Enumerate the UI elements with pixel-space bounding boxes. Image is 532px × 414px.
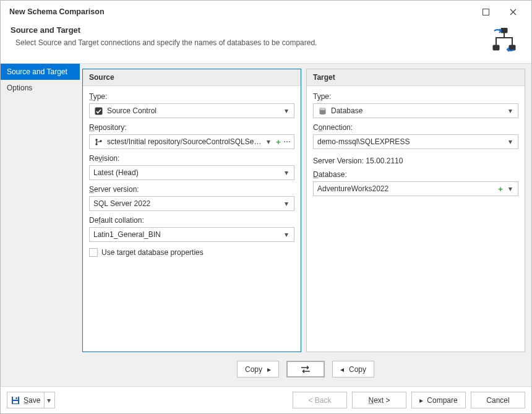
source-server-version-label: Server version: [89, 185, 294, 194]
maximize-icon [483, 9, 489, 15]
source-collation-value: Latin1_General_BIN [93, 230, 281, 239]
use-target-checkbox[interactable] [89, 248, 98, 257]
source-revision-label: Revision: [89, 154, 294, 163]
chevron-down-icon[interactable]: ▾ [281, 199, 291, 208]
source-type-value: Source Control [107, 106, 281, 115]
sidebar-item-options[interactable]: Options [1, 80, 80, 96]
source-repository-select[interactable]: sctest/Initial repository/SourceControlS… [89, 134, 294, 149]
maximize-button[interactable] [472, 3, 499, 20]
chevron-down-icon[interactable]: ▾ [505, 106, 515, 115]
target-connection-value: demo-mssql\SQLEXPRESS [317, 137, 505, 146]
svg-rect-4 [95, 107, 102, 114]
target-database-label: Database: [313, 170, 518, 179]
source-type-label: Type: [89, 92, 294, 101]
save-dropdown[interactable]: ▾ [44, 392, 53, 408]
target-database-value: AdventureWorks2022 [317, 184, 497, 193]
panels: Source Type: Source Control ▾ Repository… [80, 64, 531, 357]
next-button[interactable]: Next > [352, 392, 406, 408]
chevron-down-icon[interactable]: ▾ [505, 137, 515, 146]
target-type-value: Database [331, 106, 505, 115]
svg-rect-3 [509, 45, 515, 50]
svg-rect-11 [13, 397, 18, 400]
source-server-version-value: SQL Server 2022 [93, 199, 281, 208]
target-panel-title: Target [307, 69, 525, 86]
svg-point-9 [319, 108, 325, 110]
target-panel: Target Type: Database ▾ Connection: demo… [306, 69, 525, 352]
compare-icon: ▸ [419, 396, 423, 405]
window-title: New Schema Comparison [6, 7, 105, 16]
source-collation-label: Default collation: [89, 216, 294, 225]
copy-to-target-button[interactable]: Copy ▸ [237, 361, 279, 377]
copy-to-source-button[interactable]: ◂ Copy [332, 361, 374, 377]
chevron-down-icon[interactable]: ▾ [281, 106, 291, 115]
save-button[interactable]: Save ▾ [7, 392, 55, 408]
chevron-down-icon[interactable]: ▾ [281, 230, 291, 239]
sidebar: Source and Target Options [1, 64, 80, 386]
copy-right-label: Copy [245, 365, 262, 374]
save-icon [11, 396, 20, 405]
target-server-version-text: Server Version: 15.00.2110 [313, 155, 518, 168]
source-panel-title: Source [83, 69, 301, 86]
window: New Schema Comparison Source and Target … [0, 0, 532, 414]
source-collation-select[interactable]: Latin1_General_BIN ▾ [89, 227, 294, 242]
swap-icon [300, 366, 311, 373]
sidebar-item-source-target[interactable]: Source and Target [1, 64, 80, 80]
target-connection-select[interactable]: demo-mssql\SQLEXPRESS ▾ [313, 134, 518, 149]
source-control-icon [93, 107, 103, 115]
title-bar: New Schema Comparison [1, 1, 531, 23]
back-button: < Back [293, 392, 347, 408]
target-type-select[interactable]: Database ▾ [313, 103, 518, 118]
header: Source and Target Select Source and Targ… [1, 23, 531, 64]
source-repository-value: sctest/Initial repository/SourceControlS… [107, 137, 264, 146]
svg-rect-1 [501, 28, 507, 33]
body: Source and Target Options Source Type: S… [1, 64, 531, 386]
target-type-label: Type: [313, 92, 518, 101]
footer: Save ▾ < Back Next > ▸Compare Cancel [1, 386, 531, 413]
close-button[interactable] [499, 3, 526, 20]
target-database-select[interactable]: AdventureWorks2022 ＋ ▾ [313, 181, 518, 196]
database-icon [317, 107, 327, 115]
compare-logo [491, 25, 521, 54]
use-target-label: Use target database properties [101, 248, 204, 257]
chevron-down-icon[interactable]: ▾ [281, 168, 291, 177]
page-description: Select Source and Target connections and… [11, 38, 491, 47]
svg-rect-2 [493, 45, 499, 50]
arrow-right-icon: ▸ [267, 365, 271, 374]
svg-point-6 [95, 143, 97, 145]
add-database-button[interactable]: ＋ [497, 184, 504, 194]
chevron-down-icon: ▾ [47, 396, 51, 405]
add-repository-button[interactable]: ＋ [275, 137, 282, 147]
copy-bar: Copy ▸ ◂ Copy [80, 357, 531, 386]
source-revision-value: Latest (Head) [93, 168, 281, 177]
copy-left-label: Copy [349, 365, 366, 374]
swap-button[interactable] [286, 361, 325, 377]
close-icon [510, 9, 517, 15]
compare-button[interactable]: ▸Compare [411, 392, 466, 408]
branch-icon [93, 138, 103, 146]
target-connection-label: Connection: [313, 123, 518, 132]
source-server-version-select[interactable]: SQL Server 2022 ▾ [89, 196, 294, 211]
source-panel: Source Type: Source Control ▾ Repository… [82, 69, 301, 352]
chevron-down-icon[interactable]: ▾ [264, 137, 273, 146]
svg-rect-0 [483, 9, 489, 15]
page-title: Source and Target [11, 25, 491, 35]
svg-rect-13 [13, 401, 18, 403]
compare-label: Compare [427, 396, 457, 405]
arrow-left-icon: ◂ [340, 365, 344, 374]
more-button[interactable]: ⋯ [283, 137, 291, 146]
save-label: Save [24, 396, 40, 405]
source-type-select[interactable]: Source Control ▾ [89, 103, 294, 118]
source-revision-select[interactable]: Latest (Head) ▾ [89, 165, 294, 180]
cancel-button[interactable]: Cancel [471, 392, 525, 408]
source-repository-label: Repository: [89, 123, 294, 132]
svg-rect-12 [16, 397, 17, 399]
svg-point-5 [95, 139, 97, 140]
chevron-down-icon[interactable]: ▾ [505, 184, 515, 193]
